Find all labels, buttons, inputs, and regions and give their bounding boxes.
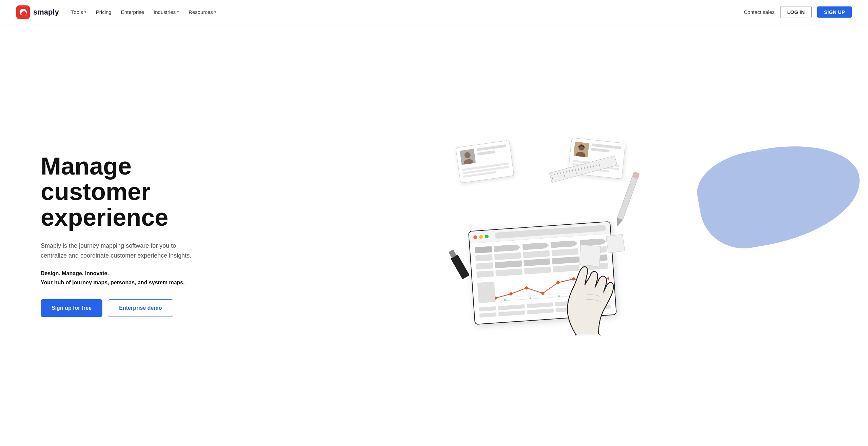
hero-content: Manage customer experience Smaply is the… bbox=[41, 154, 237, 317]
window-close-dot bbox=[473, 235, 477, 239]
navbar: smaply Tools ▾ Pricing Enterprise Indust… bbox=[0, 0, 868, 24]
pencil-illustration bbox=[615, 171, 640, 225]
hand-illustration bbox=[559, 247, 634, 337]
nav-left: smaply Tools ▾ Pricing Enterprise Indust… bbox=[16, 5, 216, 19]
decorative-blob bbox=[691, 134, 868, 255]
hero-tagline: Design. Manage. Innovate. Your hub of jo… bbox=[41, 269, 237, 287]
signup-free-button[interactable]: Sign up for free bbox=[41, 299, 102, 317]
svg-point-8 bbox=[525, 286, 528, 290]
nav-pricing[interactable]: Pricing bbox=[96, 9, 112, 15]
window-maximize-dot bbox=[485, 234, 489, 238]
nav-resources[interactable]: Resources ▾ bbox=[189, 9, 216, 15]
logo-icon bbox=[16, 5, 30, 19]
hero-title: Manage customer experience bbox=[41, 154, 237, 230]
persona-card-male bbox=[455, 140, 514, 183]
contact-sales-link[interactable]: Contact sales bbox=[744, 9, 775, 15]
svg-point-7 bbox=[509, 292, 513, 296]
window-minimize-dot bbox=[479, 235, 483, 239]
enterprise-demo-button[interactable]: Enterprise demo bbox=[108, 299, 173, 317]
hero-illustration bbox=[237, 134, 841, 337]
logo[interactable]: smaply bbox=[16, 5, 59, 19]
hero-cta-group: Sign up for free Enterprise demo bbox=[41, 299, 237, 317]
illustration-wrap bbox=[451, 137, 627, 333]
hero-subtitle: Smaply is the journey mapping software f… bbox=[41, 241, 197, 261]
chevron-down-icon: ▾ bbox=[214, 10, 216, 14]
nav-enterprise[interactable]: Enterprise bbox=[121, 9, 144, 15]
avatar-male bbox=[460, 149, 476, 165]
brand-name: smaply bbox=[33, 8, 59, 17]
login-button[interactable]: LOG IN bbox=[780, 6, 812, 18]
nav-industries[interactable]: Industries ▾ bbox=[154, 9, 179, 15]
nav-links: Tools ▾ Pricing Enterprise Industries ▾ … bbox=[71, 9, 216, 15]
chevron-down-icon: ▾ bbox=[84, 10, 86, 14]
nav-right: Contact sales LOG IN SIGN UP bbox=[744, 6, 852, 18]
signup-button[interactable]: SIGN UP bbox=[817, 6, 852, 18]
usb-illustration bbox=[447, 249, 470, 279]
hero-section: Manage customer experience Smaply is the… bbox=[0, 24, 868, 446]
chevron-down-icon: ▾ bbox=[177, 10, 179, 14]
nav-tools[interactable]: Tools ▾ bbox=[71, 9, 86, 15]
avatar-female bbox=[573, 142, 589, 157]
